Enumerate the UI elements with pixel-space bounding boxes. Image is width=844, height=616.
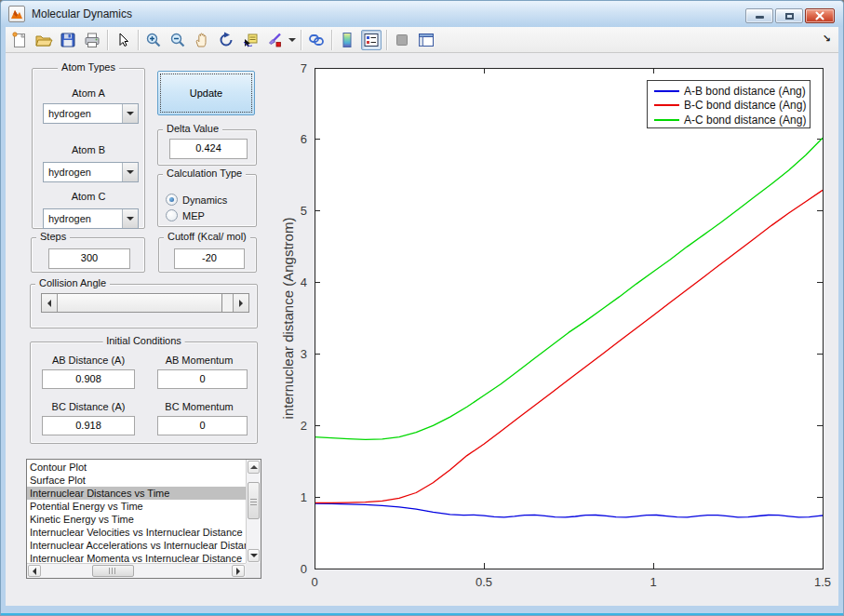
bc-distance-field[interactable]: 0.918 (42, 416, 135, 435)
cutoff-group: Cutoff (Kcal/ mol) -20 (158, 237, 257, 273)
pointer-button[interactable] (113, 30, 133, 50)
legend-line-swatch (654, 104, 679, 106)
list-item[interactable]: Internuclear Accelerations vs Internucle… (27, 539, 246, 552)
zoom-in-icon (144, 31, 163, 49)
pan-hand-icon (193, 31, 211, 49)
cutoff-field[interactable]: -20 (174, 248, 245, 269)
toolbar-overflow-arrow[interactable]: ↘ (823, 33, 831, 45)
new-file-button[interactable] (9, 30, 30, 50)
dynamics-radio[interactable] (166, 194, 178, 206)
dynamics-radio-label[interactable]: Dynamics (182, 194, 227, 206)
plot-legend[interactable]: A-B bond distance (Ang)B-C bond distance… (647, 80, 811, 128)
zoom-out-button[interactable] (167, 30, 188, 50)
ab-momentum-field[interactable]: 0 (157, 369, 248, 389)
maximize-icon (785, 13, 794, 20)
close-icon (815, 11, 824, 20)
hide-plot-tools-button[interactable] (392, 30, 412, 50)
open-folder-icon (34, 31, 53, 49)
plot-type-listbox[interactable]: Contour PlotSurface PlotInternuclear Dis… (26, 459, 261, 579)
x-tick-label: 0 (311, 575, 317, 589)
slider-right-button[interactable] (233, 294, 248, 312)
vertical-scroll-thumb[interactable] (248, 482, 260, 519)
slider-left-button[interactable] (42, 294, 58, 312)
close-button[interactable] (805, 8, 835, 23)
pan-button[interactable] (192, 30, 212, 50)
brush-button[interactable] (264, 30, 285, 50)
insert-colorbar-button[interactable] (337, 30, 357, 50)
show-plot-tools-button[interactable] (416, 30, 436, 50)
save-icon (59, 31, 77, 49)
print-button[interactable] (82, 30, 102, 50)
list-item[interactable]: Internuclear Distances vs Time (27, 487, 246, 500)
rotate-3d-button[interactable] (216, 30, 236, 50)
save-button[interactable] (58, 30, 78, 50)
open-file-button[interactable] (33, 30, 54, 50)
horizontal-scroll-thumb[interactable] (92, 565, 134, 577)
title-bar[interactable]: Molecular Dynamics (1, 1, 843, 27)
ab-distance-field[interactable]: 0.908 (42, 369, 135, 389)
zoom-in-button[interactable] (143, 30, 164, 50)
steps-title: Steps (36, 231, 70, 242)
toolbar-separator (386, 30, 388, 50)
scroll-down-button[interactable] (248, 549, 260, 562)
list-item[interactable]: Contour Plot (27, 461, 246, 474)
y-tick-label: 6 (301, 132, 307, 146)
zoom-out-icon (168, 31, 187, 49)
link-plot-button[interactable] (306, 30, 327, 50)
list-item[interactable]: Surface Plot (27, 474, 246, 487)
delta-value-field[interactable]: 0.424 (169, 139, 248, 159)
delta-value-group: Delta Value 0.424 (157, 129, 257, 166)
update-button[interactable]: Update (157, 71, 255, 115)
listbox-vertical-scrollbar[interactable] (246, 460, 261, 563)
atom-b-dropdown[interactable]: hydrogen (43, 162, 139, 182)
atom-a-dropdown-button[interactable] (122, 104, 138, 123)
legend-entry: A-B bond distance (Ang) (648, 84, 810, 99)
thumb-grip (250, 497, 257, 505)
calculation-type-group: Calculation Type Dynamics MEP (157, 174, 257, 227)
y-tick-label: 4 (301, 275, 307, 289)
list-item[interactable]: Kinetic Energy vs Time (27, 513, 246, 526)
ab-momentum-label: AB Momentum (147, 355, 251, 366)
brush-menu-arrow[interactable] (288, 38, 296, 42)
list-item[interactable]: Potential Energy vs Time (27, 500, 246, 513)
rotate-3d-icon (217, 31, 235, 49)
atom-c-dropdown-button[interactable] (122, 209, 138, 228)
atom-a-dropdown[interactable]: hydrogen (43, 103, 139, 124)
y-tick-label: 2 (301, 419, 307, 433)
delta-value-title: Delta Value (163, 123, 222, 134)
maximize-button[interactable] (775, 8, 803, 23)
atom-b-dropdown-button[interactable] (122, 163, 138, 181)
data-cursor-button[interactable] (240, 30, 261, 50)
figure-canvas: Atom Types Atom A hydrogen Atom B hydrog… (6, 53, 838, 606)
list-item[interactable]: Internuclear Momenta vs Internuclear Dis… (27, 552, 246, 563)
steps-field[interactable]: 300 (48, 248, 130, 269)
arrow-left-icon (47, 300, 51, 307)
x-tick-label: 1 (650, 575, 656, 589)
minimize-button[interactable] (745, 8, 773, 23)
mep-radio-label[interactable]: MEP (182, 210, 205, 221)
list-item[interactable]: Internuclear Velocities vs Internuclear … (27, 526, 246, 539)
collision-angle-slider[interactable] (41, 293, 249, 313)
minimize-icon (756, 16, 764, 19)
axes-plot[interactable]: 00.511.501234567 (271, 53, 842, 610)
insert-legend-button[interactable] (361, 30, 382, 50)
figure-toolbar: ↘ (6, 27, 838, 53)
slider-thumb[interactable] (58, 294, 222, 312)
legend-line-swatch (654, 90, 679, 92)
atom-a-label: Atom A (33, 87, 144, 99)
hide-plot-tools-icon (393, 31, 411, 49)
bc-momentum-field[interactable]: 0 (157, 416, 248, 435)
bc-momentum-label: BC Momentum (147, 401, 251, 412)
scroll-right-button[interactable] (232, 565, 245, 577)
plot-type-list[interactable]: Contour PlotSurface PlotInternuclear Dis… (27, 461, 246, 563)
chevron-down-icon (127, 217, 134, 221)
scroll-left-button[interactable] (28, 565, 41, 577)
atom-c-dropdown[interactable]: hydrogen (43, 208, 139, 229)
scroll-up-button[interactable] (248, 461, 260, 474)
mep-radio[interactable] (166, 209, 178, 221)
y-tick-label: 1 (301, 490, 307, 504)
legend-entry: A-C bond distance (Ang) (648, 113, 810, 127)
toolbar-separator (331, 30, 333, 50)
listbox-horizontal-scrollbar[interactable] (27, 563, 246, 578)
link-plot-icon (307, 31, 326, 49)
